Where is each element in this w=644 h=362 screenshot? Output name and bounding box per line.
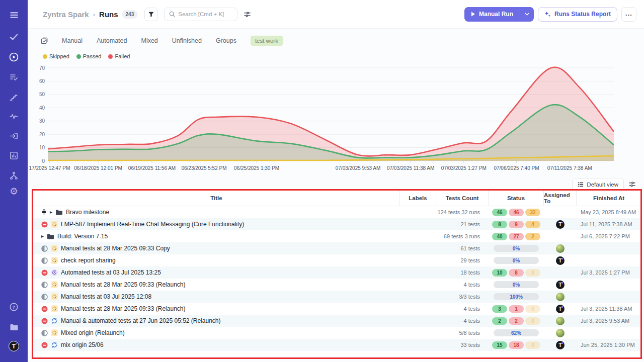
manual-run-icon [51,329,58,336]
svg-text:17/2025 12:47 PM: 17/2025 12:47 PM [29,165,70,171]
failed-count-badge: 46 [509,209,524,216]
assignee-avatar[interactable]: T [556,256,565,265]
progress-bar: 0% [494,257,539,264]
sidebar-milestones-icon[interactable] [8,91,20,104]
table-row[interactable]: Mixed origin (Relaunch)5/8 tests62% [33,327,641,339]
table-row[interactable]: LMP-587 Implement Real-Time Chat Messagi… [33,218,641,230]
sidebar-import-icon[interactable] [8,130,20,142]
finished-at-cell: May 23, 2025 8:49 AM [577,206,641,218]
active-filter-badge[interactable]: test work [251,36,283,46]
default-view-button[interactable]: Default view [572,178,624,191]
run-title-cell[interactable]: ▸Bravo milestone [33,206,400,218]
legend-item-passed[interactable]: Passed [76,53,102,59]
failed-count-badge: 2 [509,317,524,325]
filter-button[interactable] [144,8,158,21]
run-title-cell[interactable]: check report sharing [33,254,400,266]
table-row[interactable]: Manual tests at 28 Mar 2025 09:33 (Relau… [33,279,641,291]
expand-chevron-icon[interactable]: ▸ [41,234,44,239]
table-row[interactable]: Manual tests at 28 Mar 2025 09:33 (Relau… [33,303,641,315]
view-settings-icon[interactable] [628,180,636,188]
run-title-cell[interactable]: Manual & automated tests at 27 Jun 2025 … [33,315,400,327]
sidebar-help-icon[interactable]: ? [8,301,20,313]
run-title-cell[interactable]: Mixed origin (Relaunch) [33,327,400,339]
manual-run-dropdown-button[interactable] [520,7,534,22]
assignee-avatar[interactable]: T [556,305,565,313]
assignee-avatar[interactable] [556,329,565,337]
assignee-avatar[interactable]: T [556,220,565,229]
table-row[interactable]: Manual tests at 03 Jul 2025 12:083/3 tes… [33,291,641,303]
legend-item-failed[interactable]: Failed [108,53,130,59]
run-title-cell[interactable]: Manual tests at 28 Mar 2025 09:33 (Relau… [33,303,400,315]
tab-manual[interactable]: Manual [62,37,83,44]
search-input[interactable] [178,11,233,17]
table-row[interactable]: check report sharing29 tests0%T [33,254,641,266]
status-cell: 62% [489,327,544,339]
breadcrumb-separator: › [93,11,95,18]
sidebar-reports-chart-icon[interactable] [8,149,20,162]
column-header-status[interactable]: Status [489,191,544,206]
sidebar-defects-pulse-icon[interactable] [8,110,20,123]
tab-unfinished[interactable]: Unfinished [172,37,202,44]
column-header-assigned-to[interactable]: Assigned To [544,191,577,206]
run-title-cell[interactable]: Manual tests at 28 Mar 2025 09:33 Copy [33,242,400,254]
expand-chevron-icon[interactable]: ▸ [50,210,52,215]
sidebar-integrations-branch-icon[interactable] [8,169,20,182]
run-title: Manual tests at 03 Jul 2025 12:08 [61,293,151,300]
table-row[interactable]: ▸Bravo milestone124 tests 32 runs464632M… [33,206,641,218]
finished-at-cell: Jul 3, 2025 11:38 AM [577,303,641,315]
column-header-title[interactable]: Title [33,191,400,206]
runs-filter-tabs: ManualAutomatedMixedUnfinishedGroups tes… [28,33,644,48]
sidebar-settings-gear-icon[interactable]: ⚙ [8,185,20,198]
table-row[interactable]: Automated tests at 03 Jul 2025 13:2518 t… [33,266,641,279]
sidebar-menu-icon[interactable] [8,9,20,21]
passed-count-badge: 8 [492,221,507,228]
column-header-labels[interactable]: Labels [400,191,436,206]
mixed-run-icon [51,317,58,324]
table-row[interactable]: mix origin 25/0633 tests15180TJun 25, 20… [33,339,641,351]
run-title-cell[interactable]: Automated tests at 03 Jul 2025 13:25 [33,266,400,279]
tab-groups[interactable]: Groups [216,37,236,44]
failed-count-badge: 9 [509,221,524,228]
skipped-count-badge: 2 [525,233,540,240]
tests-count-cell: 29 tests [436,254,489,266]
assignee-avatar[interactable] [556,293,565,301]
assignee-avatar[interactable] [556,317,565,325]
passed-count-badge: 46 [492,209,507,216]
sidebar-runs-play-icon[interactable] [8,51,20,63]
run-title-cell[interactable]: ▸Build: Version 7.15 [33,230,400,242]
status-aborted-icon [41,342,48,348]
search-settings-icon[interactable] [244,11,251,18]
sidebar-test-plans-icon[interactable] [8,71,20,83]
tests-count-cell: 4 tests [436,279,489,291]
manual-run-button[interactable]: Manual Run [464,7,520,22]
manual-run-icon [51,281,58,288]
status-cell: 220 [489,315,544,327]
status-cell: 894 [489,218,544,230]
assignee-avatar[interactable]: T [556,341,565,349]
runs-status-report-button[interactable]: Runs Status Report [538,7,617,22]
svg-text:10: 10 [39,145,45,150]
status-aborted-icon [41,269,48,276]
table-row[interactable]: ▸Build: Version 7.1569 tests 3 runs40272… [33,230,641,242]
select-all-icon[interactable] [41,37,48,44]
tab-automated[interactable]: Automated [97,37,127,44]
run-title-cell[interactable]: Manual tests at 28 Mar 2025 09:33 (Relau… [33,279,400,291]
assignee-avatar[interactable] [556,244,565,253]
run-title: Build: Version 7.15 [57,233,108,240]
run-title-cell[interactable]: Manual tests at 03 Jul 2025 12:08 [33,291,400,303]
sidebar-user-avatar[interactable]: T [8,340,20,352]
search-box[interactable] [164,8,237,21]
sidebar-projects-folder-icon[interactable] [8,321,20,333]
table-row[interactable]: Manual tests at 28 Mar 2025 09:33 Copy61… [33,242,641,254]
column-header-finished-at[interactable]: Finished At [577,191,641,206]
legend-item-skipped[interactable]: Skipped [43,53,69,59]
assignee-avatar[interactable]: T [556,281,565,289]
breadcrumb-project[interactable]: Zyntra Spark [43,10,89,19]
sidebar-tests-check-icon[interactable] [8,31,20,43]
run-title-cell[interactable]: mix origin 25/06 [33,339,400,351]
column-header-tests-count[interactable]: Tests Count [436,191,489,206]
table-row[interactable]: Manual & automated tests at 27 Jun 2025 … [33,315,641,327]
run-title-cell[interactable]: LMP-587 Implement Real-Time Chat Messagi… [33,218,400,230]
tab-mixed[interactable]: Mixed [141,37,157,44]
more-actions-button[interactable]: ... [621,7,636,22]
